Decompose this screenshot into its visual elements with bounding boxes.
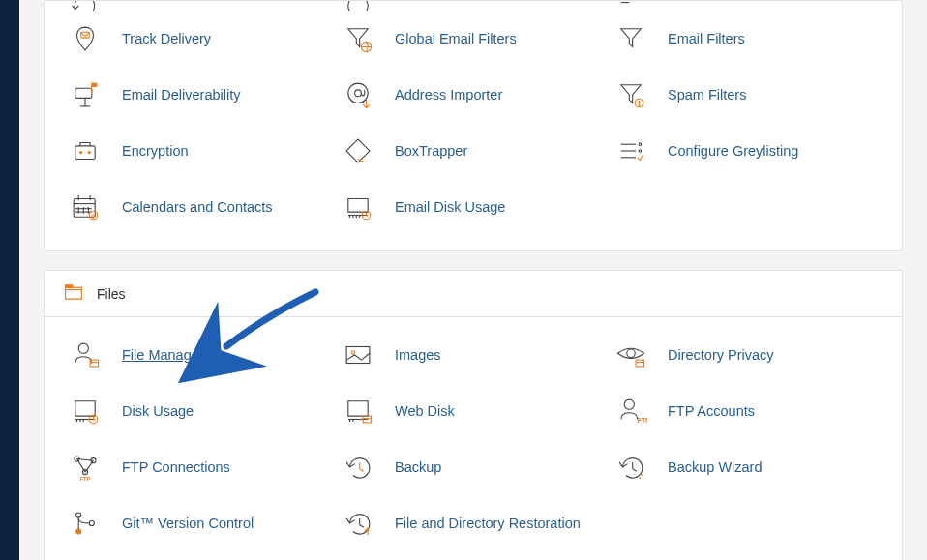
svg-point-54 (351, 351, 354, 354)
svg-point-19 (639, 104, 640, 105)
item-label: Encryption (122, 143, 189, 159)
clock-icon (339, 1, 377, 11)
item-label: Configure Greylisting (668, 143, 798, 159)
svg-point-0 (348, 1, 368, 11)
item-label: FTP Connections (122, 459, 230, 475)
email-encryption[interactable]: Encryption (64, 123, 337, 179)
email-item-cut[interactable] (610, 1, 882, 11)
item-label: Backup Wizard (668, 459, 763, 475)
svg-marker-4 (348, 29, 368, 47)
svg-point-84 (76, 513, 81, 517)
item-label: Track Delivery (122, 31, 211, 46)
lock-box-icon (66, 132, 105, 170)
email-address-importer[interactable]: Address Importer (337, 67, 610, 123)
files-git[interactable]: Git™ Version Control (64, 495, 337, 551)
item-label: Email Deliverability (122, 87, 240, 103)
files-ftp-connections[interactable]: FTP FTP Connections (64, 439, 337, 495)
files-ftp-accounts[interactable]: FTP FTP Accounts (610, 383, 882, 439)
email-greylisting[interactable]: Configure Greylisting (610, 123, 882, 179)
user-folder-icon (66, 336, 105, 374)
svg-point-21 (80, 152, 82, 154)
at-import-icon (339, 75, 377, 114)
list-icon (612, 1, 650, 11)
svg-text:@: @ (91, 213, 96, 219)
folder-icon (62, 280, 85, 307)
main-content: Track Delivery Global Email Filters Emai… (19, 0, 927, 560)
email-item-cut[interactable] (64, 1, 337, 11)
item-label: Address Importer (395, 87, 502, 103)
left-nav-strip (0, 0, 19, 560)
clock-restore-icon (339, 504, 377, 543)
pin-icon (66, 19, 105, 58)
email-boxtrapper[interactable]: BoxTrapper (337, 123, 610, 179)
svg-point-50 (78, 343, 88, 353)
email-panel: Track Delivery Global Email Filters Emai… (44, 0, 903, 251)
svg-rect-23 (346, 139, 370, 162)
svg-point-22 (88, 152, 90, 154)
email-global-filters[interactable]: Global Email Filters (337, 11, 610, 67)
funnel-alert-icon (612, 75, 650, 114)
files-grid: File Manager Images Directory Privacy Di… (45, 317, 902, 560)
item-label: FTP Accounts (668, 403, 755, 419)
funnel-globe-icon (339, 19, 377, 58)
svg-line-75 (85, 460, 94, 472)
clock-back-icon (339, 448, 377, 486)
disk-mail-icon (339, 188, 377, 226)
files-restoration[interactable]: File and Directory Restoration (337, 495, 610, 551)
files-directory-privacy[interactable]: Directory Privacy (610, 327, 882, 383)
eye-lock-icon (612, 336, 650, 374)
item-label: Disk Usage (122, 403, 194, 419)
svg-line-80 (633, 469, 637, 472)
files-web-disk[interactable]: Web Disk (337, 383, 610, 439)
svg-rect-12 (92, 83, 97, 86)
svg-line-83 (643, 471, 643, 472)
svg-line-82 (640, 477, 642, 479)
item-label: Backup (395, 459, 441, 475)
files-file-manager[interactable]: File Manager (64, 327, 337, 383)
network-ftp-icon: FTP (66, 448, 105, 486)
item-label: Directory Privacy (668, 347, 774, 363)
svg-text:FTP: FTP (638, 417, 647, 424)
svg-rect-3 (81, 32, 90, 38)
svg-rect-56 (636, 360, 644, 367)
svg-point-29 (639, 150, 642, 153)
item-label: Spam Filters (668, 87, 746, 103)
files-panel: Files File Manager Images Directory Priv… (44, 270, 903, 560)
files-images[interactable]: Images (337, 327, 610, 383)
email-track-delivery[interactable]: Track Delivery (64, 11, 337, 67)
disk-web-icon (339, 392, 377, 430)
item-label: Web Disk (395, 403, 455, 419)
autoresponder-icon (66, 1, 105, 11)
image-icon (339, 336, 377, 374)
email-filters[interactable]: Email Filters (610, 11, 882, 67)
svg-marker-16 (621, 85, 641, 103)
svg-point-86 (89, 520, 94, 525)
svg-marker-7 (621, 29, 641, 47)
svg-rect-20 (75, 146, 95, 160)
item-label: Email Filters (668, 31, 745, 46)
item-label: Calendars and Contacts (122, 199, 273, 215)
svg-line-74 (77, 459, 86, 473)
item-label: BoxTrapper (395, 143, 467, 159)
item-label: File and Directory Restoration (395, 516, 581, 531)
files-backup[interactable]: Backup (337, 439, 610, 495)
item-label: Git™ Version Control (122, 516, 254, 531)
calendar-at-icon: @ (66, 188, 105, 226)
box-trap-icon (339, 132, 377, 170)
files-disk-usage[interactable]: Disk Usage (64, 383, 337, 439)
email-spam-filters[interactable]: Spam Filters (610, 67, 882, 123)
email-item-cut[interactable] (337, 1, 610, 11)
svg-point-68 (624, 399, 634, 409)
email-deliverability[interactable]: Email Deliverability (64, 67, 337, 123)
files-panel-header[interactable]: Files (45, 271, 902, 317)
email-disk-usage[interactable]: Email Disk Usage (337, 179, 610, 235)
svg-point-14 (355, 90, 362, 97)
svg-point-85 (76, 529, 81, 534)
user-ftp-icon: FTP (612, 392, 650, 430)
item-label: File Manager (122, 347, 204, 363)
svg-rect-53 (346, 347, 370, 364)
svg-point-28 (639, 143, 642, 146)
files-backup-wizard[interactable]: Backup Wizard (610, 439, 882, 495)
email-calendars-contacts[interactable]: @ Calendars and Contacts (64, 179, 337, 235)
svg-line-78 (360, 469, 364, 472)
